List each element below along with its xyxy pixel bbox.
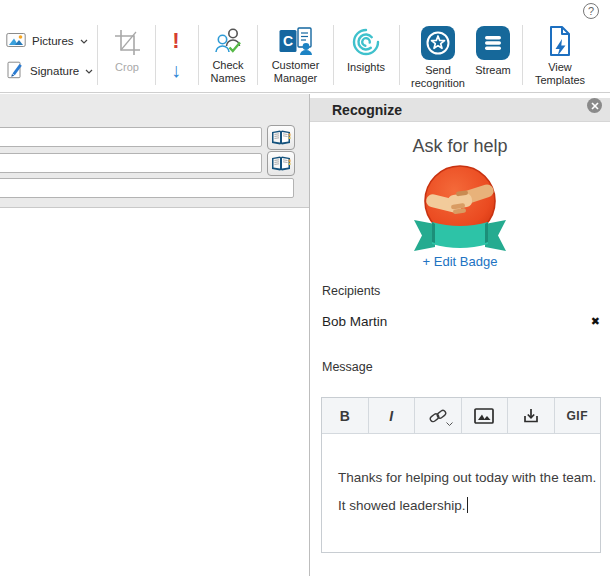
text-cursor	[467, 497, 468, 513]
download-tray-icon	[522, 408, 540, 424]
view-templates-icon	[545, 25, 575, 57]
ribbon-divider	[97, 25, 98, 85]
ribbon-divider	[198, 25, 199, 85]
ribbon-divider	[522, 25, 523, 85]
customer-manager-button[interactable]: C Customer Manager	[259, 27, 332, 84]
customer-manager-icon: C	[279, 27, 313, 55]
stream-label: Stream	[475, 64, 510, 77]
message-input[interactable]: Thanks for helping out today with the te…	[322, 434, 600, 520]
insights-icon	[351, 27, 381, 57]
send-recognition-label: Send recognition	[403, 64, 473, 89]
chevron-down-icon	[446, 422, 453, 426]
down-arrow-glyph: ↓	[171, 59, 181, 82]
ribbon-divider	[399, 25, 400, 85]
help-button[interactable]: ?	[583, 3, 599, 19]
signature-button[interactable]: Signature	[6, 61, 93, 81]
view-templates-label: View Templates	[526, 61, 594, 86]
message-label: Message	[322, 360, 373, 374]
signature-icon	[6, 61, 24, 81]
chevron-down-icon	[85, 69, 93, 74]
upload-button[interactable]	[508, 398, 555, 433]
ribbon-divider	[257, 25, 258, 85]
to-field[interactable]	[0, 127, 262, 147]
view-templates-button[interactable]: View Templates	[526, 25, 594, 86]
chevron-down-icon	[80, 39, 88, 44]
high-importance-glyph: !	[172, 28, 179, 54]
insights-button[interactable]: Insights	[335, 27, 397, 74]
check-names-label: Check Names	[200, 59, 256, 84]
send-recognition-button[interactable]: Send recognition	[403, 26, 473, 89]
low-importance-button[interactable]: ↓	[166, 56, 186, 84]
link-icon	[429, 408, 447, 424]
panel-close-button[interactable]	[587, 98, 602, 113]
insert-image-button[interactable]	[462, 398, 509, 433]
image-icon	[474, 408, 494, 424]
recognize-panel: Recognize Ask for help	[310, 94, 610, 576]
stream-icon	[476, 26, 510, 60]
signature-label: Signature	[30, 65, 79, 77]
stream-button[interactable]: Stream	[469, 26, 517, 77]
crop-label: Crop	[115, 61, 139, 74]
insights-label: Insights	[347, 61, 385, 74]
ribbon: Pictures Signature	[0, 0, 610, 93]
compose-address-header	[0, 94, 309, 208]
svg-text:C: C	[282, 33, 292, 49]
pictures-icon	[6, 32, 26, 50]
subject-field[interactable]	[0, 178, 294, 198]
edit-badge-link[interactable]: + Edit Badge	[310, 254, 610, 269]
link-button[interactable]	[415, 398, 462, 433]
close-icon	[591, 102, 599, 110]
address-book-icon	[271, 129, 291, 146]
cc-field[interactable]	[0, 153, 262, 173]
customer-manager-label: Customer Manager	[259, 59, 332, 84]
pictures-button[interactable]: Pictures	[6, 32, 88, 50]
crop-icon	[112, 27, 142, 57]
handshake-badge-image	[412, 164, 508, 252]
check-names-icon	[214, 27, 242, 55]
pictures-label: Pictures	[32, 35, 74, 47]
message-editor: B I	[321, 397, 601, 553]
bold-button[interactable]: B	[322, 398, 369, 433]
address-book-button-to[interactable]	[267, 125, 295, 150]
address-book-icon	[271, 155, 291, 172]
check-names-button[interactable]: Check Names	[200, 27, 256, 84]
help-glyph: ?	[588, 5, 594, 17]
panel-heading: Ask for help	[310, 136, 610, 157]
italic-button[interactable]: I	[369, 398, 416, 433]
crop-button[interactable]: Crop	[99, 27, 155, 74]
recipients-label: Recipients	[322, 284, 380, 298]
recognize-panel-header: Recognize	[310, 98, 610, 122]
recipient-name: Bob Martin	[322, 314, 387, 329]
ribbon-divider	[155, 25, 156, 85]
address-book-button-cc[interactable]	[267, 151, 295, 176]
editor-toolbar: B I	[322, 398, 600, 434]
send-recognition-icon	[421, 26, 455, 60]
outlook-compose-window: Pictures Signature	[0, 0, 610, 576]
recipient-row: Bob Martin ✖	[322, 314, 600, 329]
remove-recipient-icon[interactable]: ✖	[591, 315, 600, 328]
gif-button[interactable]: GIF	[555, 398, 601, 433]
ribbon-divider	[333, 25, 334, 85]
high-importance-button[interactable]: !	[166, 27, 186, 55]
panel-title: Recognize	[332, 102, 402, 118]
